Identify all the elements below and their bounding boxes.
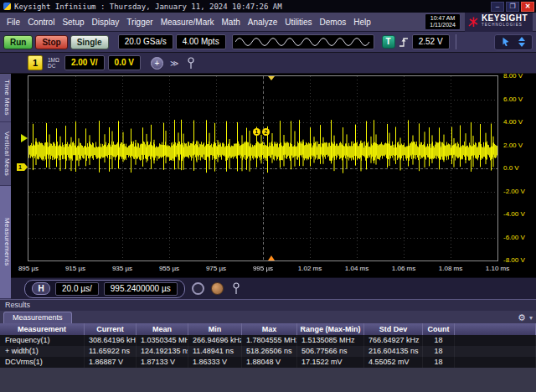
menu-setup[interactable]: Setup: [59, 15, 87, 29]
measurement-stddev: 4.55052 mV: [364, 357, 423, 368]
pin-icon[interactable]: [187, 57, 195, 70]
measurements-tab[interactable]: Measurements: [3, 312, 72, 323]
waveform-grid[interactable]: 1 2: [28, 75, 498, 261]
add-channel-button[interactable]: +: [151, 57, 163, 70]
stop-button[interactable]: Stop: [35, 35, 67, 49]
v-axis-label: -6.00 V: [503, 233, 525, 240]
timebase-position-display[interactable]: 995.2400000 µs: [104, 282, 178, 296]
col-range[interactable]: Range (Max-Min): [297, 323, 364, 335]
marker-2-badge[interactable]: 2: [262, 128, 270, 136]
impedance-label: 1MΩ: [48, 57, 59, 63]
coupling-label: DC: [48, 63, 59, 69]
rising-edge-icon[interactable]: [398, 35, 410, 49]
col-max[interactable]: Max: [242, 323, 297, 335]
sample-rate-display[interactable]: 20.0 GSa/s: [118, 34, 173, 49]
horizontal-scale-knob[interactable]: [192, 282, 204, 295]
title-bar: Keysight Infiniium : Thursday, January 1…: [0, 0, 536, 13]
channel1-scale-display[interactable]: 2.00 V/: [64, 55, 105, 70]
col-count[interactable]: Count: [423, 323, 455, 335]
col-measurement[interactable]: Measurement: [0, 323, 85, 335]
v-axis-label: -4.00 V: [503, 210, 525, 218]
measurement-current: 11.65922 ns: [85, 346, 137, 357]
trigger-time-top-marker: [268, 76, 275, 80]
menu-analyze[interactable]: Analyze: [245, 15, 281, 29]
minimize-button[interactable]: –: [491, 2, 504, 12]
brand-tagline: TECHNOLOGIES: [482, 22, 528, 28]
trigger-level-display[interactable]: 2.52 V: [412, 34, 450, 49]
menu-utilities[interactable]: Utilities: [281, 15, 315, 29]
measurement-name: + width(1): [0, 346, 85, 357]
menu-help[interactable]: Help: [350, 15, 374, 29]
waveform-canvas: [28, 76, 497, 260]
col-min[interactable]: Min: [188, 323, 242, 335]
v-axis-label: 4.00 V: [503, 118, 523, 126]
t-axis-label: 895 µs: [18, 265, 39, 272]
sidebar-tab-time-meas[interactable]: Time Meas: [0, 74, 11, 122]
col-stddev[interactable]: Std Dev: [364, 323, 423, 335]
horizontal-button[interactable]: H: [32, 282, 50, 295]
measurement-max: 1.88048 V: [242, 357, 297, 368]
col-mean[interactable]: Mean: [137, 323, 188, 335]
horizontal-position-knob[interactable]: [211, 282, 224, 295]
sidebar-tab-vertical-meas[interactable]: Vertical Meas: [0, 122, 11, 186]
clock-time: 10:47 AM: [430, 15, 456, 22]
v-axis-label: 2.00 V: [503, 141, 523, 148]
run-button[interactable]: Run: [3, 35, 33, 49]
scope-display: 1 2 1 8.00 V 6.00 V 4.00 V 2.00 V 0.0 V …: [11, 74, 536, 299]
maximize-button[interactable]: ❐: [506, 2, 519, 12]
measurement-min: 11.48941 ns: [188, 346, 242, 357]
menu-trigger[interactable]: Trigger: [123, 15, 156, 29]
pointer-icon[interactable]: [500, 36, 512, 48]
menu-display[interactable]: Display: [89, 15, 123, 29]
timebase-scale-display[interactable]: 20.0 µs/: [55, 282, 99, 296]
channel-bar: 1 1MΩ DC 2.00 V/ 0.0 V + ≫: [0, 53, 536, 74]
v-axis-label: 8.00 V: [503, 72, 523, 80]
menu-demos[interactable]: Demos: [317, 15, 350, 29]
measurement-min: 1.86333 V: [188, 357, 242, 368]
t-axis-label: 955 µs: [159, 265, 179, 272]
memory-depth-display[interactable]: 4.00 Mpts: [176, 34, 226, 49]
v-axis-label: -2.00 V: [503, 187, 525, 194]
table-row-dcvrms[interactable]: DCVrms(1) 1.86887 V 1.87133 V 1.86333 V …: [0, 357, 536, 368]
chevron-down-icon[interactable]: ▾: [529, 314, 533, 322]
trigger-level-marker[interactable]: [21, 134, 28, 142]
marker-1-badge[interactable]: 1: [253, 128, 260, 136]
horizontal-bar: H 20.0 µs/ 995.2400000 µs: [11, 277, 536, 299]
menu-math[interactable]: Math: [219, 15, 244, 29]
gear-icon[interactable]: ⚙: [518, 312, 526, 322]
t-axis-label: 1.06 ms: [392, 265, 415, 272]
sidebar-tab-measurements[interactable]: Measurements: [0, 186, 11, 299]
keysight-logo: KEYSIGHT TECHNOLOGIES: [465, 13, 533, 32]
channel1-offset-display[interactable]: 0.0 V: [108, 55, 141, 70]
pin-icon[interactable]: [232, 282, 240, 295]
single-button[interactable]: Single: [70, 35, 109, 49]
sine-pattern-icon: [235, 35, 371, 49]
menu-measure-mark[interactable]: Measure/Mark: [157, 15, 218, 29]
trigger-source-badge[interactable]: T: [382, 35, 395, 49]
menu-file[interactable]: File: [3, 15, 23, 29]
channel1-ground-marker[interactable]: 1: [17, 163, 28, 171]
waveform-preview: [232, 34, 374, 49]
close-button[interactable]: ✕: [521, 2, 534, 12]
table-row-frequency[interactable]: Frequency(1) 308.64196 kHz 1.0350345 MHz…: [0, 335, 536, 346]
measurement-count: 18: [423, 335, 455, 346]
channel1-button[interactable]: 1: [28, 55, 43, 70]
keysight-spark-icon: [468, 17, 479, 28]
table-row-pos-width[interactable]: + width(1) 11.65922 ns 124.192135 ns 11.…: [0, 346, 536, 357]
oscilloscope-app: Keysight Infiniium : Thursday, January 1…: [0, 0, 536, 392]
t-axis-label: 915 µs: [65, 265, 85, 272]
window-controls: – ❐ ✕: [491, 2, 534, 12]
trigger-time-bottom-marker[interactable]: [268, 255, 275, 260]
auto-scale-icon[interactable]: [517, 36, 527, 48]
window-title: Keysight Infiniium : Thursday, January 1…: [14, 3, 282, 11]
v-axis-label: 0.0 V: [503, 164, 519, 172]
expand-chevrons-icon[interactable]: ≫: [167, 59, 182, 68]
measurement-name: Frequency(1): [0, 335, 85, 346]
menu-bar: File Control Setup Display Trigger Measu…: [0, 13, 536, 32]
measurement-range: 506.77566 ns: [297, 346, 364, 357]
brand-name: KEYSIGHT: [482, 15, 528, 22]
col-current[interactable]: Current: [85, 323, 137, 335]
menu-control[interactable]: Control: [24, 15, 58, 29]
toolbar-separator: [456, 34, 456, 49]
measurements-table: Measurement Current Mean Min Max Range (…: [0, 323, 536, 368]
